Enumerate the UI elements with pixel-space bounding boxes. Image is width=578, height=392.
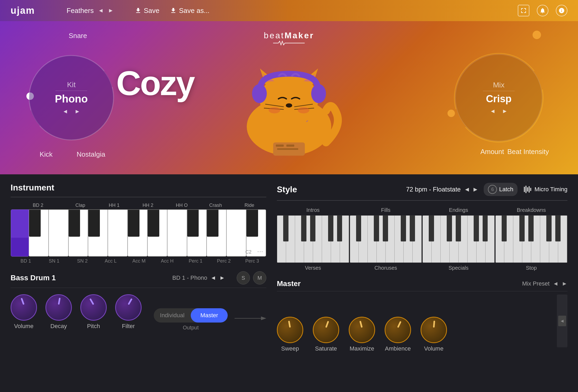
mini-black-key[interactable] <box>474 216 479 241</box>
bpm-next-button[interactable]: ► <box>472 186 479 193</box>
mini-black-key[interactable] <box>546 216 552 241</box>
style-label-intros: Intros <box>277 206 349 214</box>
master-preset-prev[interactable]: ◄ <box>553 280 558 287</box>
mini-black-key[interactable] <box>337 216 342 241</box>
piano-black-key[interactable] <box>187 210 199 237</box>
volume-knob[interactable] <box>11 294 37 321</box>
vertical-slider[interactable]: ◄ <box>557 295 567 347</box>
master-preset-next[interactable]: ► <box>562 280 567 287</box>
mini-black-key[interactable] <box>519 216 525 241</box>
output-toggle[interactable]: Individual Master <box>154 308 228 323</box>
expand-button[interactable] <box>518 5 529 16</box>
sm-buttons: S M <box>237 271 266 284</box>
mini-black-key[interactable] <box>528 216 534 241</box>
piano-black-key[interactable] <box>207 210 218 237</box>
kick-label: Kick <box>40 150 53 158</box>
piano-white-key[interactable] <box>29 209 49 256</box>
piano-black-key[interactable] <box>246 210 258 237</box>
style-cell-fills[interactable] <box>350 215 422 263</box>
mini-white-key[interactable] <box>513 216 522 263</box>
mini-black-key[interactable] <box>502 216 507 241</box>
mini-black-key[interactable] <box>328 216 333 241</box>
piano-white-key[interactable] <box>88 209 108 256</box>
style-cell-breakdowns[interactable] <box>495 215 568 263</box>
mini-white-key[interactable] <box>350 216 359 263</box>
output-section: Individual Master Output <box>154 308 228 331</box>
piano-black-key[interactable] <box>69 210 80 237</box>
mini-black-key[interactable] <box>301 216 306 241</box>
mini-white-key[interactable] <box>277 216 286 263</box>
mini-white-key[interactable] <box>395 216 404 263</box>
mini-black-key[interactable] <box>429 216 434 241</box>
kit-prev-arrow[interactable]: ◄ <box>62 108 68 115</box>
key-label-hh2: HH 2 <box>131 203 165 208</box>
kit-next-arrow[interactable]: ► <box>74 108 80 115</box>
piano-white-key[interactable] <box>128 209 147 256</box>
info-button[interactable] <box>556 5 567 16</box>
bass-drum-prev-button[interactable]: ◄ <box>210 274 216 281</box>
latch-button[interactable]: 6 Latch <box>484 183 518 196</box>
piano-white-key[interactable] <box>147 209 167 256</box>
mini-white-key[interactable] <box>496 216 505 263</box>
micro-timing-button[interactable]: Micro Timing <box>523 185 567 194</box>
save-as-button[interactable]: Save as... <box>170 7 209 15</box>
mini-black-key[interactable] <box>310 216 315 241</box>
bass-drum-next-button[interactable]: ► <box>219 274 225 281</box>
bpm-text: 72 bpm - Floatstate <box>406 186 461 193</box>
mini-black-key[interactable] <box>356 216 361 241</box>
piano-black-key[interactable] <box>29 210 41 237</box>
preset-prev-button[interactable]: ◄ <box>98 7 104 14</box>
master-volume-knob[interactable] <box>421 317 447 343</box>
mini-black-key[interactable] <box>383 216 388 241</box>
mix-knob-circle[interactable]: Mix Crisp ◄ ► <box>455 54 542 141</box>
mix-next-arrow[interactable]: ► <box>502 108 508 115</box>
piano-black-key[interactable] <box>128 210 139 237</box>
piano-black-key[interactable] <box>148 210 159 237</box>
mini-white-key[interactable] <box>441 216 450 263</box>
mini-black-key[interactable] <box>555 216 561 241</box>
piano-white-key[interactable] <box>108 209 128 256</box>
mini-black-key[interactable] <box>483 216 488 241</box>
mini-black-key[interactable] <box>456 216 461 241</box>
style-header: Style 72 bpm - Floatstate ◄ ► 6 Latch <box>277 183 567 196</box>
mini-black-key[interactable] <box>374 216 379 241</box>
decay-knob[interactable] <box>45 294 72 321</box>
piano-white-key[interactable] <box>68 209 88 256</box>
pitch-knob[interactable] <box>80 294 107 321</box>
notification-button[interactable] <box>537 5 548 16</box>
maximize-knob[interactable] <box>349 317 375 343</box>
piano-white-key[interactable] <box>167 209 187 256</box>
sweep-knob[interactable] <box>277 317 303 343</box>
mini-black-key[interactable] <box>283 216 288 241</box>
mini-white-key[interactable] <box>368 216 377 263</box>
piano-white-key[interactable] <box>187 209 207 256</box>
solo-button[interactable]: S <box>237 271 250 284</box>
style-cell-intros[interactable]: C3 <box>277 215 349 263</box>
saturate-knob[interactable] <box>313 317 339 343</box>
mini-black-key[interactable] <box>401 216 406 241</box>
amount-dot[interactable] <box>448 110 455 117</box>
mini-black-key[interactable] <box>410 216 415 241</box>
mini-white-key[interactable] <box>322 216 331 263</box>
mix-prev-arrow[interactable]: ◄ <box>490 108 496 115</box>
piano-white-key[interactable] <box>207 209 226 256</box>
mini-white-key[interactable] <box>468 216 477 263</box>
mute-button[interactable]: M <box>253 271 266 284</box>
filter-knob[interactable] <box>115 294 142 321</box>
mini-black-key[interactable] <box>447 216 452 241</box>
master-toggle[interactable]: Master <box>191 308 228 323</box>
piano-black-key[interactable] <box>88 210 100 237</box>
piano-white-key[interactable] <box>226 209 246 256</box>
style-cell-endings[interactable]: C4 <box>422 215 495 263</box>
ambience-knob[interactable] <box>385 317 411 343</box>
mini-white-key[interactable] <box>295 216 304 263</box>
mini-white-key[interactable] <box>540 216 549 263</box>
individual-toggle[interactable]: Individual <box>154 308 191 323</box>
save-button[interactable]: Save <box>135 7 159 15</box>
kit-knob-circle[interactable]: Kit Phono ◄ ► <box>29 55 114 140</box>
piano-active-key[interactable] <box>11 209 29 256</box>
piano-white-key[interactable] <box>49 209 68 256</box>
preset-next-button[interactable]: ► <box>108 7 114 14</box>
bpm-prev-button[interactable]: ◄ <box>464 186 470 193</box>
mini-white-key[interactable] <box>423 216 432 263</box>
